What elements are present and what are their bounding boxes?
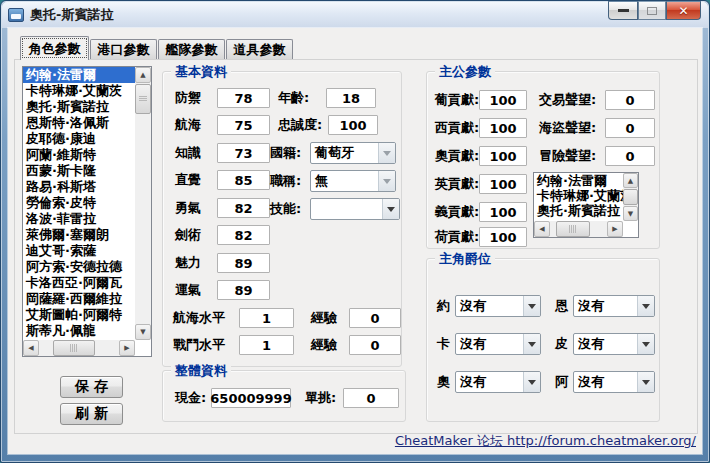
tab-character-params[interactable]: 角色參數 (20, 36, 89, 60)
lord-character-listbox[interactable]: 约翰·法雷爾 卡特琳娜·艾蘭茨 奧托·斯賓諾拉 ▲ ▼ ◀ ▶ (533, 172, 639, 238)
stat-input-charm[interactable]: 89 (217, 253, 270, 273)
stat-input-courage[interactable]: 82 (217, 198, 270, 218)
dropdown-button[interactable] (523, 296, 540, 316)
list-item[interactable]: 路易·科斯塔 (23, 179, 135, 195)
contrib-input-holland[interactable]: 100 (479, 227, 527, 247)
vertical-scrollbar[interactable]: ▲ ▼ (623, 173, 638, 221)
vertical-scrollbar[interactable]: ▲ ▼ (135, 67, 151, 340)
rep-input-pirate[interactable]: 0 (605, 118, 655, 138)
scroll-up-icon[interactable]: ▲ (135, 67, 151, 83)
scroll-up-icon[interactable]: ▲ (623, 173, 638, 188)
nationality-select[interactable]: 葡萄牙 (310, 142, 396, 164)
minimize-button[interactable] (608, 1, 638, 20)
dropdown-button[interactable] (378, 171, 395, 191)
scroll-right-icon[interactable]: ▶ (119, 340, 135, 356)
rank-select-ka[interactable]: 沒有 (455, 333, 541, 355)
loyalty-input[interactable]: 100 (328, 115, 378, 135)
battle-exp-label: 經驗 (311, 335, 337, 355)
list-item[interactable]: 卡特琳娜·艾蘭茨 (534, 188, 623, 203)
tab-fleet-params[interactable]: 艦隊參數 (158, 39, 225, 60)
list-item[interactable]: 恩斯特·洛佩斯 (23, 115, 135, 131)
rep-input-adventure[interactable]: 0 (605, 146, 655, 166)
chevron-down-icon (528, 380, 536, 385)
cash-label: 現金: (175, 388, 206, 408)
scrollbar-thumb[interactable] (556, 221, 590, 237)
rank-select-pi[interactable]: 沒有 (573, 333, 655, 355)
battle-level-input[interactable]: 1 (239, 335, 294, 355)
dropdown-button[interactable] (637, 334, 654, 354)
skill-select[interactable] (310, 198, 400, 220)
list-item[interactable]: 阿方索·安德拉德 (23, 259, 135, 275)
dropdown-button[interactable] (637, 296, 654, 316)
scrollbar-thumb[interactable] (135, 84, 151, 114)
list-item[interactable]: 勞倫索·皮特 (23, 195, 135, 211)
group-title: 基本資料 (171, 63, 231, 81)
list-item[interactable]: 西蒙·斯卡隆 (23, 163, 135, 179)
job-select[interactable]: 無 (310, 170, 396, 192)
maximize-button[interactable] (638, 1, 666, 20)
dropdown-button[interactable] (523, 334, 540, 354)
sail-exp-input[interactable]: 0 (349, 308, 401, 328)
contrib-input-portugal[interactable]: 100 (479, 90, 527, 110)
tab-port-params[interactable]: 港口參數 (90, 39, 157, 60)
list-item[interactable]: 迪艾哥·索薩 (23, 243, 135, 259)
scroll-down-icon[interactable]: ▼ (135, 324, 151, 340)
age-input[interactable]: 18 (326, 88, 376, 108)
duel-input[interactable]: 0 (343, 388, 399, 408)
rank-select-en[interactable]: 沒有 (573, 295, 655, 317)
dropdown-button[interactable] (523, 372, 540, 392)
stat-input-swordsmanship[interactable]: 82 (217, 225, 270, 245)
refresh-button[interactable]: 刷 新 (60, 403, 123, 425)
contrib-input-ottoman[interactable]: 100 (479, 146, 527, 166)
contrib-input-spain[interactable]: 100 (479, 118, 527, 138)
list-item[interactable]: 洛波·菲雷拉 (23, 211, 135, 227)
battle-exp-input[interactable]: 0 (349, 335, 401, 355)
stat-input-knowledge[interactable]: 73 (217, 143, 270, 163)
lord-list-viewport: 约翰·法雷爾 卡特琳娜·艾蘭茨 奧托·斯賓諾拉 (534, 173, 623, 221)
scrollbar-thumb[interactable] (53, 340, 95, 356)
close-button[interactable]: ✕ (666, 1, 701, 20)
list-item[interactable]: 皮耶德·康迪 (23, 131, 135, 147)
cash-input[interactable]: 650009999 (211, 388, 291, 408)
list-item[interactable]: 卡特琳娜·艾蘭茨 (23, 83, 135, 99)
stat-input-intuition[interactable]: 85 (217, 170, 270, 190)
stat-input-luck[interactable]: 89 (217, 280, 270, 300)
horizontal-scrollbar[interactable]: ◀ ▶ (534, 221, 623, 237)
nationality-value: 葡萄牙 (311, 143, 378, 163)
job-value: 無 (311, 171, 378, 191)
contrib-input-england[interactable]: 100 (479, 174, 527, 194)
list-item[interactable]: 岡薩羅·西爾維拉 (23, 291, 135, 307)
character-listbox[interactable]: 约翰·法雷爾 卡特琳娜·艾蘭茨 奧托·斯賓諾拉 恩斯特·洛佩斯 皮耶德·康迪 阿… (22, 66, 152, 357)
dropdown-button[interactable] (382, 199, 399, 219)
stat-input-defense[interactable]: 78 (217, 88, 270, 108)
contrib-input-italy[interactable]: 100 (479, 202, 527, 222)
scroll-left-icon[interactable]: ◀ (534, 221, 550, 237)
horizontal-scrollbar[interactable]: ◀ ▶ (23, 340, 135, 356)
stat-input-sailing[interactable]: 75 (217, 115, 270, 135)
title-bar[interactable]: 奧托-斯賓諾拉 (2, 2, 708, 28)
list-item[interactable]: 奧托·斯賓諾拉 (534, 203, 623, 218)
list-item[interactable]: 斯蒂凡·佩龍 (23, 323, 135, 339)
list-item[interactable]: 约翰·法雷爾 (534, 173, 623, 188)
list-item[interactable]: 阿蘭·維斯特 (23, 147, 135, 163)
forum-link[interactable]: CheatMaker 论坛 http://forum.cheatmaker.or… (395, 432, 696, 450)
rank-select-ao[interactable]: 沒有 (455, 371, 541, 393)
dropdown-button[interactable] (378, 143, 395, 163)
list-item[interactable]: 约翰·法雷爾 (23, 67, 135, 83)
dropdown-button[interactable] (637, 372, 654, 392)
scroll-down-icon[interactable]: ▼ (623, 206, 638, 221)
tab-item-params[interactable]: 道具參數 (226, 39, 293, 60)
save-button[interactable]: 保 存 (60, 376, 123, 398)
list-item[interactable]: 奧托·斯賓諾拉 (23, 99, 135, 115)
list-item[interactable]: 卡洛西亞·阿爾瓦 (23, 275, 135, 291)
list-item[interactable]: 萊佛爾·塞爾朗 (23, 227, 135, 243)
thumb-grip (569, 225, 576, 233)
scrollbar-thumb[interactable] (623, 189, 638, 205)
scroll-right-icon[interactable]: ▶ (607, 221, 623, 237)
rank-select-yue[interactable]: 沒有 (455, 295, 541, 317)
list-item[interactable]: 艾斯圖帕·阿爾特 (23, 307, 135, 323)
rank-select-a[interactable]: 沒有 (573, 371, 655, 393)
sail-level-input[interactable]: 1 (239, 308, 294, 328)
rep-input-trade[interactable]: 0 (605, 90, 655, 110)
scroll-left-icon[interactable]: ◀ (23, 340, 39, 356)
